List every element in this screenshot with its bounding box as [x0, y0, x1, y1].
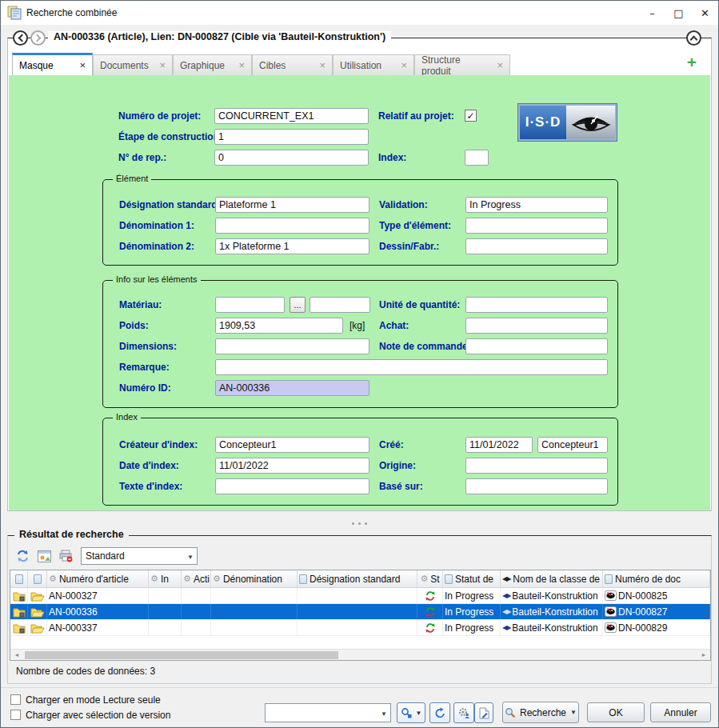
cell-index [149, 588, 182, 603]
materiau-input-1[interactable] [215, 297, 285, 313]
close-tab-icon[interactable]: × [234, 59, 245, 71]
gear-icon: ⚙ [420, 574, 428, 584]
designation-standard-input[interactable] [215, 197, 369, 213]
document-eye-icon [605, 622, 617, 633]
column-header-statut[interactable]: Statut de [443, 570, 501, 587]
save-search-button[interactable]: ▼ [397, 702, 425, 723]
page-icon [34, 574, 42, 584]
materiau-input-2[interactable] [310, 297, 370, 313]
denomination2-input[interactable] [215, 238, 369, 254]
close-tab-icon[interactable]: × [74, 59, 86, 71]
table-row[interactable]: AN-000327 In Progress ◀▶Bauteil-Konstruk… [10, 588, 710, 604]
cancel-button[interactable]: Annuler [650, 702, 711, 722]
dimensions-input[interactable] [215, 338, 369, 354]
tab-documents[interactable]: Documents × [93, 54, 173, 75]
index-date-label: Date d'index: [119, 458, 179, 474]
tab-masque[interactable]: Masque × [12, 53, 93, 75]
materiau-label: Matériau: [119, 297, 162, 313]
remarque-input[interactable] [215, 359, 608, 375]
window-title: Recherche combinée [26, 7, 117, 18]
search-template-select[interactable]: ▼ [265, 703, 391, 722]
column-header-active[interactable]: ⚙Acti [182, 570, 211, 587]
unite-quantite-input[interactable] [465, 297, 608, 313]
maximize-button[interactable]: □ [665, 1, 692, 25]
origine-input[interactable] [465, 458, 608, 474]
index-texte-input[interactable] [215, 478, 369, 494]
cell-document: DN-000827 [618, 606, 667, 618]
add-tab-button[interactable]: + [687, 56, 697, 69]
dessin-fabr-input[interactable] [465, 238, 608, 254]
column-header-denomination[interactable]: ⚙Dénomination [211, 570, 298, 587]
cell-designation [298, 620, 417, 635]
version-checkbox-label: Charger avec sélection de version [26, 710, 170, 721]
minimize-button[interactable]: – [639, 1, 665, 25]
results-panel: Résultat de recherche [7, 535, 712, 684]
note-commande-input[interactable] [465, 338, 608, 354]
tab-utilisation[interactable]: Utilisation × [333, 54, 414, 75]
table-row[interactable]: AN-000337 In Progress ◀▶Bauteil-Konstruk… [10, 620, 710, 636]
search-button[interactable]: Recherche ▼ [502, 702, 579, 723]
cree-date-input[interactable] [465, 437, 533, 453]
ok-button[interactable]: OK [587, 702, 645, 722]
column-header-icon1[interactable] [10, 570, 28, 587]
close-tab-icon[interactable]: × [154, 59, 166, 71]
settings-user-button[interactable] [453, 702, 474, 723]
tab-label: Graphique [180, 60, 225, 71]
refresh-results-icon[interactable] [16, 550, 30, 562]
tab-graphique[interactable]: Graphique × [173, 54, 252, 75]
readonly-checkbox[interactable] [10, 694, 21, 705]
project-number-input[interactable] [214, 108, 369, 124]
close-button[interactable]: ✕ [692, 1, 718, 25]
index-createur-input[interactable] [215, 437, 369, 453]
column-header-classe-lien[interactable]: ◀▶Nom de la classe de lien [501, 570, 603, 587]
gear-icon: ⚙ [49, 574, 57, 584]
scroll-right-icon[interactable]: ► [697, 650, 710, 660]
refresh-button[interactable] [429, 702, 450, 723]
splitter-handle[interactable] [1, 519, 718, 527]
construction-stage-input[interactable] [214, 129, 369, 145]
relative-project-label: Relatif au projet: [378, 108, 454, 124]
close-tab-icon[interactable]: × [396, 59, 407, 71]
achat-input[interactable] [465, 318, 608, 334]
base-sur-label: Basé sur: [379, 478, 423, 494]
denomination1-input[interactable] [215, 218, 369, 234]
export-view-icon[interactable] [38, 550, 51, 562]
validation-input[interactable] [465, 197, 608, 213]
column-header-index[interactable]: ⚙In [149, 570, 182, 587]
close-tab-icon[interactable]: × [492, 59, 503, 71]
cell-article: AN-000337 [47, 620, 149, 635]
column-header-numero-doc[interactable]: Numéro de doc [603, 570, 710, 587]
result-view-select[interactable]: Standard ▼ [81, 547, 198, 565]
close-tab-icon[interactable]: × [314, 59, 326, 71]
nav-back-button[interactable] [13, 30, 28, 46]
index-date-input[interactable] [215, 458, 369, 474]
document-eye-icon [605, 606, 617, 617]
isd-eye-icon [570, 109, 612, 136]
relative-project-checkbox[interactable]: ✓ [465, 110, 477, 122]
version-select-checkbox[interactable] [10, 710, 21, 720]
print-lock-icon[interactable] [59, 550, 73, 562]
element-type-input[interactable] [465, 218, 608, 234]
tab-cibles[interactable]: Cibles × [252, 54, 333, 75]
scrollbar-thumb[interactable] [25, 651, 338, 659]
column-header-numero-article[interactable]: ⚙Numéro d'article [47, 570, 149, 587]
poids-input[interactable] [215, 318, 343, 334]
tab-structure-produit[interactable]: Structure produit × [414, 54, 510, 75]
scroll-left-icon[interactable]: ◄ [10, 650, 23, 660]
index-input[interactable] [465, 150, 489, 166]
nav-forward-button[interactable] [30, 30, 46, 46]
new-document-button[interactable] [474, 702, 493, 723]
cell-classe: Bauteil-Konstruktion [512, 622, 597, 634]
column-header-designation-standard[interactable]: Désignation standard [298, 570, 417, 587]
materiau-browse-button[interactable]: ... [290, 297, 306, 313]
link-icon: ◀▶ [502, 624, 510, 631]
cree-user-input[interactable] [537, 437, 608, 453]
collapse-button[interactable] [686, 30, 701, 46]
column-header-icon2[interactable] [28, 570, 47, 587]
table-row[interactable]: AN-000336 In Progress ◀▶Bauteil-Konstruk… [10, 604, 710, 620]
horizontal-scrollbar[interactable]: ◄ ► [10, 649, 710, 660]
table-header: ⚙Numéro d'article ⚙In ⚙Acti ⚙Dénominatio… [10, 570, 710, 588]
column-header-st[interactable]: ⚙St [417, 570, 443, 587]
rep-number-input[interactable] [214, 150, 369, 166]
base-sur-input[interactable] [465, 478, 608, 494]
